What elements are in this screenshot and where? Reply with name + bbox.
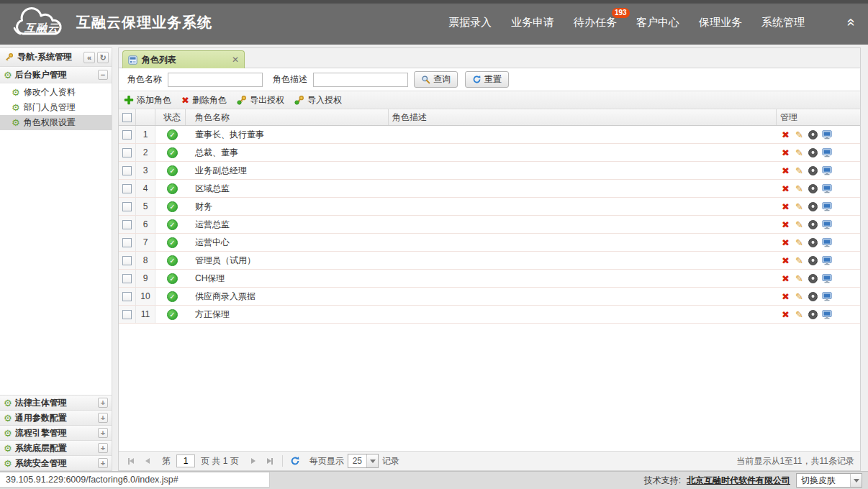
role-desc-input[interactable] xyxy=(313,73,408,87)
table-row[interactable]: 11 方正保理 xyxy=(119,306,860,324)
monitor-icon[interactable] xyxy=(821,309,832,320)
manage-column-header[interactable]: 管理 xyxy=(777,109,860,125)
delete-role-button[interactable]: 删除角色 xyxy=(181,94,227,106)
monitor-icon[interactable] xyxy=(821,201,832,212)
delete-icon[interactable] xyxy=(782,148,790,157)
edit-icon[interactable] xyxy=(794,309,805,320)
next-page-button[interactable] xyxy=(247,454,260,467)
monitor-icon[interactable] xyxy=(821,165,832,176)
nav-item-system-admin[interactable]: 系统管理 xyxy=(761,16,805,29)
role-name-column-header[interactable]: 角色名称 xyxy=(186,109,389,125)
delete-icon[interactable] xyxy=(782,238,790,247)
company-link[interactable]: 北京互融时代软件有限公司 xyxy=(687,475,790,487)
monitor-icon[interactable] xyxy=(821,129,832,140)
edit-icon[interactable] xyxy=(794,183,805,194)
status-column-header[interactable]: 状态 xyxy=(155,109,186,125)
table-row[interactable]: 3 业务副总经理 xyxy=(119,162,860,180)
expand-group-button[interactable] xyxy=(98,413,108,423)
collapse-header-icon[interactable] xyxy=(845,15,859,29)
table-row[interactable]: 9 CH保理 xyxy=(119,270,860,288)
sidebar-item-edit-profile[interactable]: 修改个人资料 xyxy=(0,85,112,100)
nav-item-todo-tasks[interactable]: 待办任务 193 xyxy=(574,16,617,29)
nav-item-business-apply[interactable]: 业务申请 xyxy=(511,16,554,29)
permission-disc-icon[interactable] xyxy=(808,256,818,265)
reset-button[interactable]: 重置 xyxy=(465,71,509,88)
permission-disc-icon[interactable] xyxy=(808,166,818,175)
table-row[interactable]: 1 董事长、执行董事 xyxy=(119,126,860,144)
permission-disc-icon[interactable] xyxy=(808,148,818,157)
sidebar-group-workflow-engine[interactable]: 流程引擎管理 xyxy=(0,425,112,440)
delete-icon[interactable] xyxy=(782,292,790,301)
row-checkbox[interactable] xyxy=(122,184,132,193)
permission-disc-icon[interactable] xyxy=(808,202,818,211)
table-row[interactable]: 10 供应商录入票据 xyxy=(119,288,860,306)
monitor-icon[interactable] xyxy=(821,147,832,158)
sidebar-item-department-staff[interactable]: 部门人员管理 xyxy=(0,100,112,115)
sidebar-group-general-params[interactable]: 通用参数配置 xyxy=(0,410,112,425)
table-row[interactable]: 4 区域总监 xyxy=(119,180,860,198)
row-checkbox[interactable] xyxy=(122,202,132,211)
expand-group-button[interactable] xyxy=(98,443,108,453)
sidebar-group-legal-entity[interactable]: 法律主体管理 xyxy=(0,395,112,410)
first-page-button[interactable] xyxy=(125,454,137,467)
table-row[interactable]: 2 总裁、董事 xyxy=(119,144,860,162)
sidebar-item-role-permissions[interactable]: 角色权限设置 xyxy=(0,115,112,130)
delete-icon[interactable] xyxy=(782,220,790,229)
query-button[interactable]: 查询 xyxy=(414,71,458,88)
row-checkbox[interactable] xyxy=(122,256,132,265)
table-row[interactable]: 7 运营中心 xyxy=(119,234,860,252)
row-checkbox[interactable] xyxy=(122,166,132,175)
role-desc-column-header[interactable]: 角色描述 xyxy=(389,109,777,125)
edit-icon[interactable] xyxy=(794,255,805,266)
edit-icon[interactable] xyxy=(794,237,805,248)
import-auth-button[interactable]: 导入授权 xyxy=(294,94,342,106)
permission-disc-icon[interactable] xyxy=(808,274,818,283)
delete-icon[interactable] xyxy=(782,202,790,211)
nav-item-bill-entry[interactable]: 票据录入 xyxy=(448,16,492,29)
edit-icon[interactable] xyxy=(794,129,805,140)
nav-item-customer-center[interactable]: 客户中心 xyxy=(636,16,679,29)
delete-icon[interactable] xyxy=(782,166,790,175)
table-row[interactable]: 8 管理员（试用） xyxy=(119,252,860,270)
sidebar-group-system-base-config[interactable]: 系统底层配置 xyxy=(0,440,112,455)
edit-icon[interactable] xyxy=(794,147,805,158)
refresh-grid-button[interactable] xyxy=(289,454,302,467)
prev-page-button[interactable] xyxy=(141,454,154,467)
row-checkbox[interactable] xyxy=(122,310,132,319)
monitor-icon[interactable] xyxy=(821,273,832,284)
add-role-button[interactable]: 添加角色 xyxy=(124,94,171,106)
sidebar-collapse-button[interactable] xyxy=(83,52,95,63)
edit-icon[interactable] xyxy=(794,201,805,212)
delete-icon[interactable] xyxy=(782,274,790,283)
sidebar-group-account-admin[interactable]: 后台账户管理 xyxy=(0,67,112,83)
select-all-checkbox[interactable] xyxy=(122,113,132,122)
monitor-icon[interactable] xyxy=(821,237,832,248)
expand-group-button[interactable] xyxy=(98,398,108,408)
permission-disc-icon[interactable] xyxy=(808,184,818,193)
collapse-group-button[interactable] xyxy=(98,70,108,80)
table-row[interactable]: 6 运营总监 xyxy=(119,216,860,234)
permission-disc-icon[interactable] xyxy=(808,310,818,319)
last-page-button[interactable] xyxy=(263,454,276,467)
monitor-icon[interactable] xyxy=(821,291,832,302)
row-checkbox[interactable] xyxy=(122,274,132,283)
monitor-icon[interactable] xyxy=(821,219,832,230)
expand-group-button[interactable] xyxy=(98,428,108,438)
tab-role-list[interactable]: 角色列表 xyxy=(122,50,245,68)
row-checkbox[interactable] xyxy=(122,238,132,247)
monitor-icon[interactable] xyxy=(821,255,832,266)
edit-icon[interactable] xyxy=(794,219,805,230)
row-checkbox[interactable] xyxy=(122,292,132,301)
row-checkbox[interactable] xyxy=(122,130,132,140)
edit-icon[interactable] xyxy=(794,291,805,302)
edit-icon[interactable] xyxy=(794,165,805,176)
permission-disc-icon[interactable] xyxy=(808,292,818,301)
monitor-icon[interactable] xyxy=(821,183,832,194)
table-row[interactable]: 5 财务 xyxy=(119,198,860,216)
export-auth-button[interactable]: 导出授权 xyxy=(237,94,284,106)
page-size-select[interactable]: 25 xyxy=(348,454,379,468)
row-checkbox[interactable] xyxy=(122,148,132,157)
delete-icon[interactable] xyxy=(782,310,790,319)
delete-icon[interactable] xyxy=(782,256,790,265)
page-number-input[interactable] xyxy=(176,454,195,467)
